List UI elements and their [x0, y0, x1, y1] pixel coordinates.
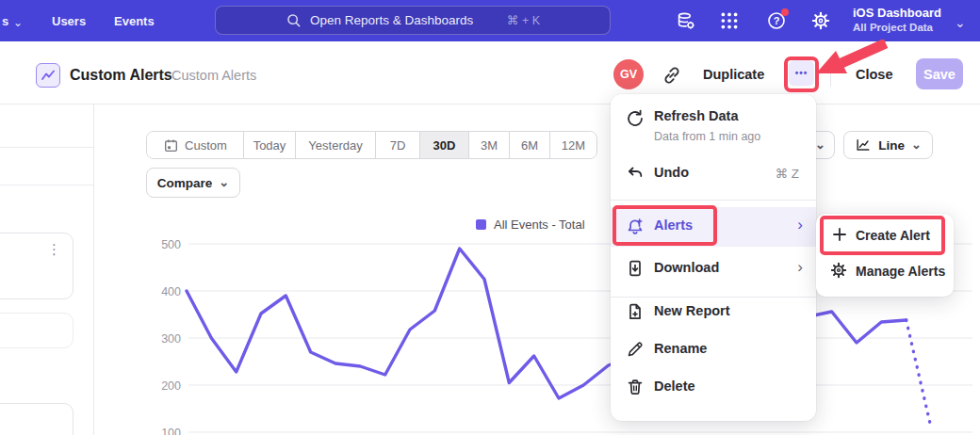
search-input[interactable]: [310, 13, 498, 27]
range-12m[interactable]: 12M: [550, 132, 596, 158]
project-scope: All Project Data: [853, 21, 941, 35]
range-6m[interactable]: 6M: [510, 132, 550, 158]
undo-shortcut: ⌘ Z: [776, 166, 800, 181]
submenu-item-create-alert[interactable]: Create Alert: [856, 228, 930, 243]
app-screen: s ⌄ Users Events ⌘ + K: [0, 0, 980, 435]
svg-text:400: 400: [161, 285, 181, 298]
global-search[interactable]: ⌘ + K: [215, 6, 611, 35]
avatar[interactable]: GV: [613, 59, 644, 89]
undo-icon: [626, 164, 645, 183]
kebab-menu-icon[interactable]: ⋮: [47, 241, 61, 258]
range-today[interactable]: Today: [244, 132, 296, 158]
chevron-down-icon: ⌄: [13, 16, 23, 29]
metric-card[interactable]: [0, 313, 74, 348]
download-icon: [626, 259, 645, 278]
submenu-chevron-icon: ›: [797, 258, 803, 277]
search-icon: [286, 12, 302, 28]
svg-text:100: 100: [161, 427, 181, 435]
new-report-icon: [626, 302, 645, 321]
project-switcher[interactable]: iOS Dashboard All Project Data: [853, 5, 941, 35]
menu-item-undo[interactable]: Undo: [654, 165, 689, 180]
sidebar-row-divider: [0, 185, 93, 185]
calendar-icon: [163, 137, 179, 153]
chevron-down-icon: ⌄: [955, 15, 966, 30]
plus-icon: [831, 226, 848, 243]
menu-item-delete[interactable]: Delete: [654, 379, 695, 394]
submenu-item-manage-alerts[interactable]: Manage Alerts: [856, 264, 945, 279]
svg-text:?: ?: [774, 15, 780, 26]
svg-text:200: 200: [161, 379, 181, 393]
more-options-button[interactable]: •••: [789, 60, 814, 86]
chevron-down-icon: ⌄: [219, 178, 229, 187]
search-shortcut-hint: ⌘ + K: [507, 13, 540, 27]
metric-card[interactable]: [0, 233, 74, 299]
sidebar-row-divider: [0, 147, 93, 148]
breadcrumb[interactable]: Custom Alerts: [172, 68, 256, 83]
project-name: iOS Dashboard: [853, 5, 941, 21]
close-button[interactable]: Close: [856, 67, 893, 82]
nav-item-users[interactable]: Users: [52, 14, 86, 28]
compare-button[interactable]: Compare ⌄: [146, 168, 240, 198]
nav-item-events[interactable]: Events: [114, 14, 155, 28]
menu-item-rename[interactable]: Rename: [654, 341, 707, 356]
trash-icon: [626, 378, 645, 396]
range-label: Custom: [185, 138, 227, 153]
svg-text:500: 500: [161, 238, 181, 251]
range-custom[interactable]: Custom: [147, 132, 244, 158]
gear-icon: [829, 261, 848, 280]
top-navbar: s ⌄ Users Events ⌘ + K: [0, 0, 980, 41]
refresh-icon: [626, 109, 645, 128]
more-options-menu: Refresh Data Data from 1 min ago Undo ⌘ …: [611, 94, 816, 421]
range-yesterday[interactable]: Yesterday: [296, 132, 376, 158]
date-range-selector: Custom Today Yesterday 7D 30D 3M 6M 12M: [146, 131, 597, 159]
chevron-down-icon: ⌄: [911, 140, 922, 150]
menu-divider: [611, 297, 816, 298]
save-button[interactable]: Save: [916, 58, 963, 89]
apps-grid-icon[interactable]: [719, 10, 740, 31]
menu-item-alerts-hitbox[interactable]: [611, 207, 816, 247]
range-3m[interactable]: 3M: [469, 132, 510, 158]
page-title: Custom Alerts: [70, 67, 172, 84]
duplicate-button[interactable]: Duplicate: [703, 67, 764, 82]
nav-item-partial[interactable]: s: [2, 14, 8, 28]
pencil-icon: [626, 340, 645, 359]
header-divider: [830, 62, 831, 87]
data-settings-icon[interactable]: [675, 10, 695, 31]
report-icon: [36, 63, 60, 88]
svg-text:300: 300: [161, 332, 181, 346]
refresh-data-subtitle: Data from 1 min ago: [654, 130, 760, 143]
menu-item-refresh-data[interactable]: Refresh Data: [654, 108, 738, 123]
metric-card[interactable]: [0, 403, 74, 435]
header-border: [0, 104, 980, 105]
line-chart-icon: [855, 137, 872, 153]
legend-label: All Events - Total: [494, 218, 585, 232]
menu-divider: [611, 200, 816, 201]
range-7d[interactable]: 7D: [376, 132, 420, 158]
menu-item-new-report[interactable]: New Report: [654, 303, 730, 318]
copy-link-icon[interactable]: [662, 65, 682, 86]
chart-legend[interactable]: All Events - Total: [476, 218, 585, 232]
menu-item-download[interactable]: Download: [654, 260, 719, 275]
range-30d-selected[interactable]: 30D: [420, 132, 469, 158]
alerts-submenu: Create Alert Manage Alerts: [816, 214, 954, 297]
chart-type-button[interactable]: Line ⌄: [843, 131, 933, 159]
gear-icon[interactable]: [810, 10, 831, 31]
notification-badge: [781, 8, 789, 16]
legend-swatch: [476, 219, 486, 230]
chevron-down-icon: ⌄: [815, 140, 825, 150]
help-icon[interactable]: ?: [766, 10, 787, 31]
